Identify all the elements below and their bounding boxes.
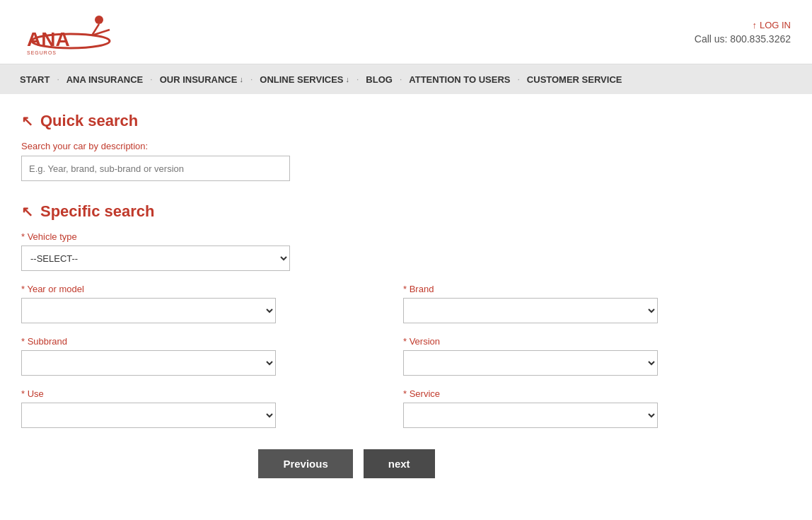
button-row: Previous next xyxy=(21,449,672,478)
brand-col: * Brand Toyota Honda Ford Chevrolet xyxy=(403,284,658,323)
specific-search-icon: ↖ xyxy=(21,203,33,220)
version-label: * Version xyxy=(403,336,658,347)
online-services-arrow: ↓ xyxy=(346,75,350,83)
specific-search-title: Specific search xyxy=(40,202,154,221)
version-select[interactable] xyxy=(403,350,658,376)
nav-item-online-services[interactable]: ONLINE SERVICES ↓ xyxy=(254,64,355,94)
subbrand-select[interactable] xyxy=(21,350,276,376)
service-label: * Service xyxy=(403,388,658,399)
our-insurance-arrow: ↓ xyxy=(239,75,243,83)
next-button[interactable]: next xyxy=(364,449,435,478)
nav-item-our-insurance[interactable]: OUR INSURANCE ↓ xyxy=(154,64,249,94)
use-col: * Use Personal Commercial xyxy=(21,388,276,428)
search-label: Search your car by description: xyxy=(21,141,672,151)
year-col: * Year or model 2024 2023 2022 2021 2020 xyxy=(21,284,276,323)
year-brand-row: * Year or model 2024 2023 2022 2021 2020… xyxy=(21,284,672,323)
header: ANA SEGUROS ↑ LOG IN Call us: 800.835.32… xyxy=(0,0,812,64)
vehicle-type-label: * Vehicle type xyxy=(21,231,672,242)
main-content: ↖ Quick search Search your car by descri… xyxy=(0,94,693,507)
quick-search-icon: ↖ xyxy=(21,112,33,129)
previous-button[interactable]: Previous xyxy=(258,449,352,478)
logo[interactable]: ANA SEGUROS xyxy=(21,7,120,57)
service-select[interactable]: Basic Premium xyxy=(403,403,658,428)
year-select[interactable]: 2024 2023 2022 2021 2020 xyxy=(21,298,276,323)
version-col: * Version xyxy=(403,336,658,376)
use-label: * Use xyxy=(21,388,276,399)
search-input[interactable] xyxy=(21,156,290,181)
brand-select[interactable]: Toyota Honda Ford Chevrolet xyxy=(403,298,658,323)
login-link[interactable]: ↑ LOG IN xyxy=(695,20,791,30)
nav-item-blog[interactable]: BLOG xyxy=(360,64,398,94)
nav-item-ana-insurance[interactable]: ANA INSURANCE xyxy=(61,64,149,94)
nav-item-attention[interactable]: ATTENTION TO USERS xyxy=(403,64,516,94)
login-icon: ↑ xyxy=(752,20,757,30)
subbrand-col: * Subbrand xyxy=(21,336,276,376)
nav-item-start[interactable]: START xyxy=(14,64,55,94)
subbrand-label: * Subbrand xyxy=(21,336,276,347)
svg-point-2 xyxy=(95,16,103,24)
service-col: * Service Basic Premium xyxy=(403,388,658,428)
subbrand-version-row: * Subbrand * Version xyxy=(21,336,672,376)
year-label: * Year or model xyxy=(21,284,276,294)
main-nav: START · ANA INSURANCE · OUR INSURANCE ↓ … xyxy=(0,64,812,94)
svg-text:SEGUROS: SEGUROS xyxy=(27,50,57,55)
nav-item-customer-service[interactable]: CUSTOMER SERVICE xyxy=(521,64,628,94)
header-right: ↑ LOG IN Call us: 800.835.3262 xyxy=(695,20,791,45)
use-service-row: * Use Personal Commercial * Service Basi… xyxy=(21,388,672,428)
quick-search-heading: ↖ Quick search xyxy=(21,112,672,130)
quick-search-section: ↖ Quick search Search your car by descri… xyxy=(21,112,672,181)
brand-label: * Brand xyxy=(403,284,658,294)
vehicle-type-row: * Vehicle type --SELECT-- Car Truck Moto… xyxy=(21,231,672,271)
call-us: Call us: 800.835.3262 xyxy=(695,33,791,45)
quick-search-title: Quick search xyxy=(40,112,138,130)
login-label[interactable]: LOG IN xyxy=(760,20,791,30)
vehicle-type-select[interactable]: --SELECT-- Car Truck Motorcycle Van xyxy=(21,245,290,271)
specific-search-heading: ↖ Specific search xyxy=(21,202,672,221)
specific-search-section: ↖ Specific search * Vehicle type --SELEC… xyxy=(21,202,672,428)
use-select[interactable]: Personal Commercial xyxy=(21,403,276,428)
